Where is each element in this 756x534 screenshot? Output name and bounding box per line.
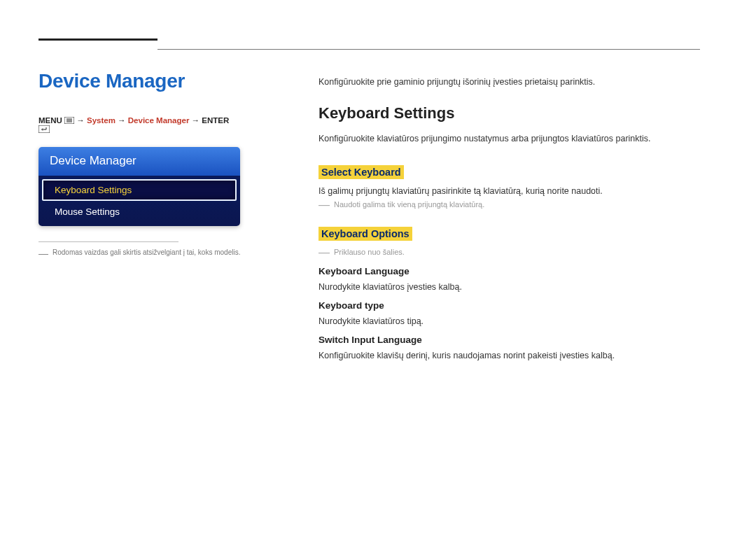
- left-column: Device Manager MENU → System → Device Ma…: [38, 70, 241, 365]
- keyboard-settings-desc: Konfigūruokite klaviatūros prijungimo nu…: [318, 132, 700, 146]
- page-title: Device Manager: [38, 70, 241, 92]
- heading-keyboard-language: Keyboard Language: [318, 266, 700, 276]
- menu-icon: [64, 117, 74, 125]
- switch-input-language-desc: Konfigūruokite klavišų derinį, kuris nau…: [318, 351, 700, 360]
- note-dash-icon: ―: [318, 248, 330, 258]
- menu-item-keyboard-settings[interactable]: Keyboard Settings: [42, 179, 237, 201]
- breadcrumb-enter: ENTER: [202, 116, 229, 125]
- breadcrumb-menu: MENU: [38, 116, 62, 125]
- menu-panel-body: Keyboard Settings Mouse Settings: [38, 176, 240, 226]
- keyboard-language-desc: Nurodykite klaviatūros įvesties kalbą.: [318, 282, 700, 292]
- right-column: Konfigūruokite prie gaminio prijungtų iš…: [318, 70, 700, 365]
- header-rule-thick: [38, 38, 158, 41]
- menu-item-mouse-settings[interactable]: Mouse Settings: [42, 201, 237, 223]
- keyboard-options-note-text: Priklauso nuo šalies.: [334, 248, 405, 258]
- menu-panel-header: Device Manager: [38, 147, 240, 176]
- header-rule: [158, 49, 700, 50]
- keyboard-type-desc: Nurodykite klaviatūros tipą.: [318, 316, 700, 326]
- breadcrumb-arrow: →: [192, 116, 200, 125]
- note-dash-icon: ―: [38, 248, 48, 258]
- heading-select-keyboard: Select Keyboard: [318, 165, 404, 179]
- breadcrumb: MENU → System → Device Manager → ENTER: [38, 116, 241, 134]
- columns: Device Manager MENU → System → Device Ma…: [38, 70, 700, 365]
- heading-keyboard-type: Keyboard type: [318, 300, 700, 311]
- model-note-text: Rodomas vaizdas gali skirtis atsižvelgia…: [52, 248, 240, 258]
- note-dash-icon: ―: [318, 200, 330, 210]
- breadcrumb-device-manager: Device Manager: [128, 116, 190, 125]
- select-keyboard-note-text: Naudoti galima tik vieną prijungtą klavi…: [334, 200, 484, 210]
- breadcrumb-arrow: →: [76, 116, 85, 125]
- left-divider: [38, 241, 178, 242]
- model-note: ― Rodomas vaizdas gali skirtis atsižvelg…: [38, 248, 241, 258]
- select-keyboard-note: ― Naudoti galima tik vieną prijungtą kla…: [318, 200, 700, 210]
- heading-keyboard-options: Keyboard Options: [318, 227, 412, 241]
- menu-panel: Device Manager Keyboard Settings Mouse S…: [38, 147, 240, 226]
- breadcrumb-arrow: →: [118, 116, 126, 125]
- keyboard-options-note: ― Priklauso nuo šalies.: [318, 248, 700, 258]
- heading-switch-input-language: Switch Input Language: [318, 335, 700, 345]
- breadcrumb-system: System: [87, 116, 115, 125]
- select-keyboard-desc: Iš galimų prijungtų klaviatūrų pasirinki…: [318, 186, 700, 196]
- heading-keyboard-settings: Keyboard Settings: [318, 104, 700, 122]
- enter-icon: [38, 125, 50, 134]
- page-container: Device Manager MENU → System → Device Ma…: [0, 0, 756, 393]
- intro-text: Konfigūruokite prie gaminio prijungtų iš…: [318, 76, 700, 89]
